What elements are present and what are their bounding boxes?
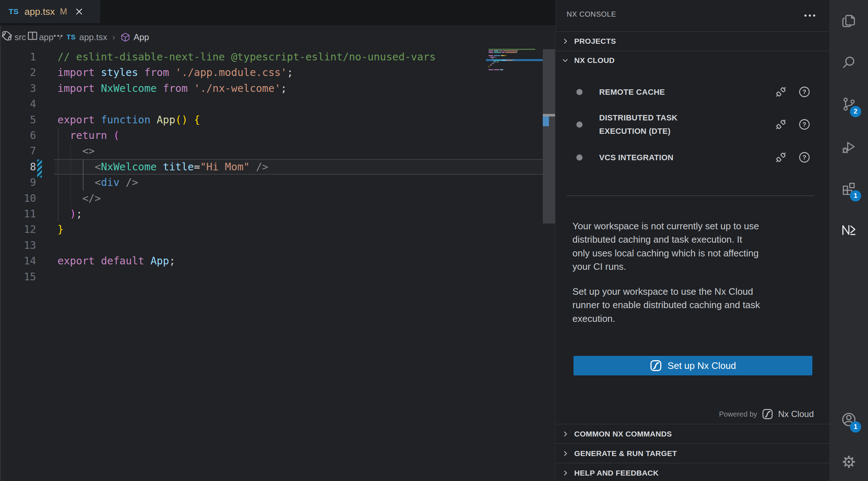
line-number: 2 bbox=[0, 65, 36, 80]
status-dot-icon bbox=[576, 89, 583, 95]
setup-suggestion-text: Set up your workspace to use the Nx Clou… bbox=[572, 285, 822, 325]
section-generate-run-target[interactable]: GENERATE & RUN TARGET bbox=[556, 443, 829, 463]
help-icon[interactable]: ? bbox=[798, 151, 811, 164]
status-dot-icon bbox=[576, 154, 583, 161]
code-token: "Hi Mom" bbox=[200, 161, 250, 173]
line-number: 14 bbox=[0, 253, 36, 269]
nx-cloud-feature-row: DISTRIBUTED TASK EXECUTION (DTE)? bbox=[556, 111, 829, 138]
code-token: App bbox=[150, 255, 169, 267]
code-token: </> bbox=[82, 192, 101, 204]
code-token: return bbox=[70, 129, 107, 141]
code-token bbox=[157, 82, 163, 94]
minimap[interactable] bbox=[486, 48, 543, 81]
code-token bbox=[188, 114, 194, 126]
code-token: from bbox=[163, 82, 188, 94]
nx-console-icon[interactable] bbox=[829, 214, 868, 246]
code-line[interactable]: 4 bbox=[0, 96, 543, 112]
code-line[interactable]: 14export default App; bbox=[0, 253, 543, 269]
setup-nx-cloud-button[interactable]: Set up Nx Cloud bbox=[573, 356, 812, 375]
code-token bbox=[57, 208, 70, 220]
code-line[interactable]: 10 </> bbox=[0, 191, 543, 206]
section-label: GENERATE & RUN TARGET bbox=[574, 449, 677, 458]
code-token: ; bbox=[169, 255, 175, 267]
code-line[interactable]: 3import NxWelcome from './nx-welcome'; bbox=[0, 81, 543, 96]
nx-cloud-feature-row: VCS INTEGRATION? bbox=[556, 149, 829, 166]
help-icon[interactable]: ? bbox=[798, 85, 811, 98]
connect-icon[interactable] bbox=[774, 118, 787, 131]
code-token: function bbox=[101, 114, 150, 126]
scrollbar[interactable] bbox=[543, 49, 555, 224]
activity-bar: 2 1 bbox=[829, 0, 868, 481]
line-number: 6 bbox=[0, 128, 36, 143]
line-number: 12 bbox=[0, 222, 36, 237]
help-icon[interactable]: ? bbox=[798, 118, 811, 131]
code-token: export bbox=[57, 255, 95, 267]
section-projects[interactable]: PROJECTS bbox=[556, 32, 829, 51]
code-line[interactable]: 12} bbox=[0, 222, 543, 237]
svg-text:?: ? bbox=[803, 154, 806, 161]
code-line[interactable]: 6 return ( bbox=[0, 128, 543, 143]
explorer-icon[interactable] bbox=[829, 5, 868, 37]
source-control-badge: 2 bbox=[850, 106, 861, 117]
account-icon[interactable]: 1 bbox=[829, 403, 868, 436]
panel-more-actions-icon[interactable] bbox=[803, 11, 817, 20]
workspace-status-text: Your workspace is not currently set up t… bbox=[572, 220, 822, 274]
line-number: 7 bbox=[0, 143, 36, 159]
settings-gear-icon[interactable] bbox=[829, 446, 868, 478]
code-line[interactable]: 5export function App() { bbox=[0, 112, 543, 128]
section-common-nx-commands[interactable]: COMMON NX COMMANDS bbox=[556, 424, 829, 443]
code-token: export bbox=[57, 114, 95, 126]
vscode-window: TS app.tsx M bbox=[0, 0, 868, 481]
connect-icon[interactable] bbox=[774, 85, 787, 98]
line-number: 4 bbox=[0, 96, 36, 112]
search-icon[interactable] bbox=[829, 46, 868, 79]
connect-icon[interactable] bbox=[774, 151, 787, 164]
code-token: div bbox=[101, 176, 119, 188]
svg-text:?: ? bbox=[803, 121, 806, 128]
svg-text:?: ? bbox=[803, 89, 806, 95]
chevron-right-icon bbox=[562, 469, 569, 477]
code-line[interactable]: 8 <NxWelcome title="Hi Mom" /> bbox=[0, 159, 543, 175]
line-number: 3 bbox=[0, 81, 36, 96]
line-number: 13 bbox=[0, 238, 36, 253]
code-token: ; bbox=[76, 208, 82, 220]
feature-label: DISTRIBUTED TASK EXECUTION (DTE) bbox=[599, 111, 774, 138]
overview-ruler-mark bbox=[543, 114, 555, 116]
line-number: 1 bbox=[0, 49, 36, 65]
extensions-icon[interactable]: 1 bbox=[829, 172, 868, 205]
code-editor[interactable]: 1// eslint-disable-next-line @typescript… bbox=[0, 0, 555, 481]
divider bbox=[567, 195, 814, 196]
editor-left-border bbox=[0, 25, 1, 481]
code-token: styles bbox=[101, 67, 138, 78]
code-line[interactable]: 15 bbox=[0, 269, 543, 285]
panel-title: NX CONSOLE bbox=[567, 10, 616, 18]
feature-label: REMOTE CACHE bbox=[599, 85, 774, 99]
code-token: } bbox=[57, 224, 64, 235]
nx-cloud-feature-row: REMOTE CACHE? bbox=[556, 83, 829, 101]
code-token: ( bbox=[113, 129, 119, 141]
source-control-icon[interactable]: 2 bbox=[829, 88, 868, 120]
code-token: <> bbox=[82, 145, 95, 157]
code-token: /> bbox=[256, 161, 268, 173]
section-nx-cloud[interactable]: NX CLOUD bbox=[556, 51, 829, 70]
nx-cloud-icon bbox=[762, 408, 773, 420]
account-badge: 1 bbox=[850, 421, 861, 433]
code-line[interactable]: 13 bbox=[0, 238, 543, 253]
line-number: 9 bbox=[0, 175, 36, 190]
code-line[interactable]: 7 <> bbox=[0, 143, 543, 159]
run-and-debug-icon[interactable] bbox=[829, 131, 868, 163]
code-token: default bbox=[101, 255, 144, 267]
code-line[interactable]: 2import styles from './app.module.css'; bbox=[0, 65, 543, 80]
section-help-and-feedback[interactable]: HELP AND FEEDBACK bbox=[556, 463, 829, 481]
code-line[interactable]: 9 <div /> bbox=[0, 175, 543, 190]
code-token: < bbox=[95, 176, 101, 188]
extensions-badge: 1 bbox=[850, 190, 861, 201]
code-token bbox=[169, 67, 175, 78]
code-line[interactable]: 11 ); bbox=[0, 206, 543, 222]
code-token: () bbox=[175, 114, 188, 126]
line-number: 10 bbox=[0, 191, 36, 206]
chevron-right-icon bbox=[562, 38, 569, 45]
code-token bbox=[57, 161, 95, 173]
code-token bbox=[57, 129, 70, 141]
code-line[interactable]: 1// eslint-disable-next-line @typescript… bbox=[0, 49, 543, 65]
